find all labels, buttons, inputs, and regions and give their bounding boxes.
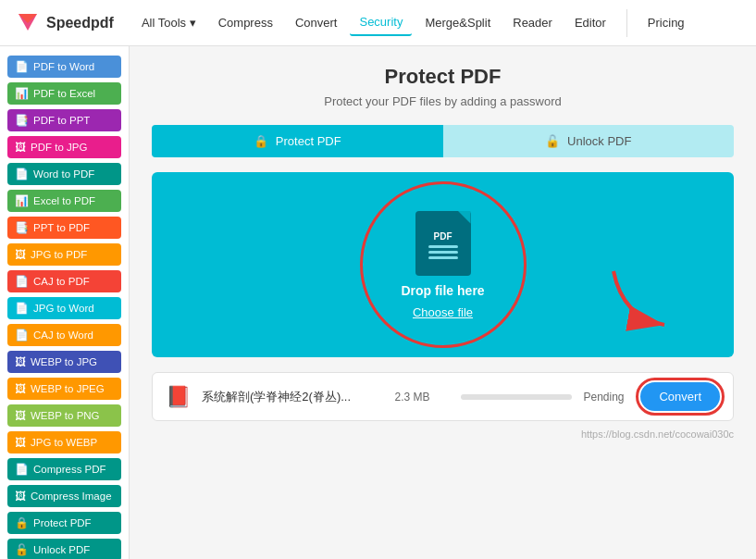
page-subtitle: Protect your PDF files by adding a passw… [152, 94, 734, 108]
caj-to-pdf-icon: 📄 [15, 275, 29, 288]
main-content: Protect PDF Protect your PDF files by ad… [130, 46, 756, 559]
sidebar-item-caj-to-word[interactable]: 📄 CAJ to Word [7, 324, 121, 346]
progress-bar [461, 394, 572, 400]
page-title: Protect PDF [152, 65, 734, 89]
tab-unlock-pdf[interactable]: 🔓 Unlock PDF [443, 125, 735, 157]
nav-merge-split[interactable]: Merge&Split [415, 10, 500, 35]
sidebar-item-pdf-to-excel[interactable]: 📊 PDF to Excel [7, 82, 121, 105]
sidebar-item-pdf-to-jpg[interactable]: 🖼 PDF to JPG [7, 136, 121, 158]
file-status: Pending [583, 391, 629, 404]
nav-divider [626, 9, 627, 37]
pdf-to-word-icon: 📄 [15, 60, 29, 73]
nav-convert[interactable]: Convert [286, 10, 347, 35]
sidebar-item-compress-pdf[interactable]: 📄 Compress PDF [7, 458, 121, 480]
sidebar-item-ppt-to-pdf[interactable]: 📑 PPT to PDF [7, 217, 121, 239]
jpg-to-word-icon: 📄 [15, 302, 29, 315]
sidebar-item-webp-to-jpg[interactable]: 🖼 WEBP to JPG [7, 351, 121, 373]
compress-pdf-icon: 📄 [15, 463, 29, 476]
compress-image-icon: 🖼 [15, 490, 26, 503]
jpg-to-pdf-icon: 🖼 [15, 248, 26, 261]
file-pdf-icon: 📕 [166, 385, 191, 409]
pdf-file-icon: PDF [415, 211, 471, 276]
file-size: 2.3 MB [394, 391, 450, 404]
pdf-to-excel-icon: 📊 [15, 87, 29, 100]
logo-text: Speedpdf [46, 15, 114, 31]
pdf-to-ppt-icon: 📑 [15, 114, 29, 127]
sidebar-item-pdf-to-ppt[interactable]: 📑 PDF to PPT [7, 109, 121, 131]
pdf-to-jpg-icon: 🖼 [15, 141, 26, 154]
sidebar-item-unlock-pdf[interactable]: 🔓 Unlock PDF [7, 539, 121, 559]
webp-to-png-icon: 🖼 [15, 409, 26, 422]
sidebar-item-webp-to-png[interactable]: 🖼 WEBP to PNG [7, 404, 121, 427]
sidebar-item-caj-to-pdf[interactable]: 📄 CAJ to PDF [7, 270, 121, 292]
file-row: 📕 系统解剖(学脊神经2(脊丛)... 2.3 MB Pending Conve… [152, 372, 734, 421]
watermark: https://blog.csdn.net/cocowai030c [152, 429, 734, 440]
sidebar: 📄 PDF to Word 📊 PDF to Excel 📑 PDF to PP… [0, 46, 130, 559]
nav-editor[interactable]: Editor [565, 10, 615, 35]
tabs: 🔒 Protect PDF 🔓 Unlock PDF [152, 125, 734, 157]
ppt-to-pdf-icon: 📑 [15, 221, 29, 234]
nav-pricing[interactable]: Pricing [638, 10, 694, 35]
nav-compress[interactable]: Compress [209, 10, 282, 35]
dropzone[interactable]: PDF Drop file here Choose file [152, 172, 734, 357]
layout: 📄 PDF to Word 📊 PDF to Excel 📑 PDF to PP… [0, 46, 756, 559]
nav-all-tools[interactable]: All Tools ▾ [132, 10, 205, 35]
sidebar-item-word-to-pdf[interactable]: 📄 Word to PDF [7, 163, 121, 185]
file-name: 系统解剖(学脊神经2(脊丛)... [202, 389, 383, 405]
choose-file-link[interactable]: Choose file [413, 305, 473, 319]
arrow-decoration [604, 262, 678, 339]
sidebar-item-jpg-to-word[interactable]: 📄 JPG to Word [7, 297, 121, 319]
unlock-tab-icon: 🔓 [545, 134, 560, 148]
logo-icon [15, 10, 41, 36]
header: Speedpdf All Tools ▾ Compress Convert Se… [0, 0, 756, 46]
sidebar-item-jpg-to-pdf[interactable]: 🖼 JPG to PDF [7, 243, 121, 266]
jpg-to-webp-icon: 🖼 [15, 436, 26, 449]
nav-reader[interactable]: Reader [503, 10, 562, 35]
drop-text: Drop file here [401, 283, 484, 298]
sidebar-item-jpg-to-webp[interactable]: 🖼 JPG to WEBP [7, 431, 121, 453]
protect-tab-icon: 🔒 [254, 134, 268, 148]
excel-to-pdf-icon: 📊 [15, 194, 29, 207]
webp-to-jpg-icon: 🖼 [15, 355, 26, 368]
nav-security[interactable]: Security [350, 9, 412, 36]
tab-protect-pdf[interactable]: 🔒 Protect PDF [152, 125, 443, 157]
caj-to-word-icon: 📄 [15, 329, 29, 342]
convert-button[interactable]: Convert [640, 382, 720, 411]
protect-pdf-icon: 🔒 [15, 516, 29, 529]
logo[interactable]: Speedpdf [15, 10, 114, 36]
sidebar-item-excel-to-pdf[interactable]: 📊 Excel to PDF [7, 190, 121, 212]
unlock-pdf-icon: 🔓 [15, 543, 29, 556]
drop-circle: PDF Drop file here Choose file [360, 181, 527, 348]
main-nav: All Tools ▾ Compress Convert Security Me… [132, 9, 741, 37]
sidebar-item-webp-to-jpeg[interactable]: 🖼 WEBP to JPEG [7, 378, 121, 400]
sidebar-item-compress-image[interactable]: 🖼 Compress Image [7, 485, 121, 507]
webp-to-jpeg-icon: 🖼 [15, 382, 26, 395]
word-to-pdf-icon: 📄 [15, 168, 29, 180]
sidebar-item-pdf-to-word[interactable]: 📄 PDF to Word [7, 56, 121, 78]
sidebar-item-protect-pdf[interactable]: 🔒 Protect PDF [7, 512, 121, 534]
